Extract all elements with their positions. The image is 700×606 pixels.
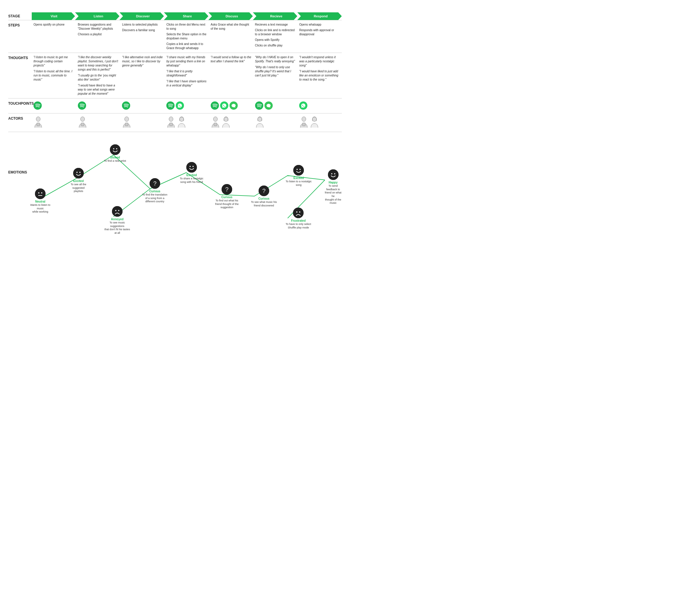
emotion-node-curious: ? Curious To find the translationof a so… bbox=[142, 178, 168, 204]
emotion-node-frustrated: Frustrated To have to only selectShuffle… bbox=[286, 208, 311, 229]
svg-point-32 bbox=[76, 172, 78, 173]
svg-point-29 bbox=[41, 192, 42, 193]
stage-row: STAGE VisitListenDiscoverShareDiscussRec… bbox=[8, 13, 342, 20]
emotion-label-text: Annoyed bbox=[111, 217, 124, 221]
spotify-icon bbox=[211, 101, 219, 110]
journey-grid: STEPS Opens spotify on phone Browses sug… bbox=[8, 20, 342, 132]
person-male-icon bbox=[166, 116, 176, 128]
emotion-node-excited: Excited To see all the suggestedplaylist… bbox=[65, 168, 92, 193]
emotion-label-text: Excited bbox=[186, 173, 197, 177]
emotion-node-stoked: Stoked To find a new artist bbox=[104, 144, 126, 163]
actors-cell-2 bbox=[120, 114, 165, 132]
thoughts-cell-6: "I wouldn't respond unless it was a part… bbox=[297, 53, 342, 98]
stage-share: Share bbox=[164, 13, 208, 20]
steps-cell-4: Asks Grace what she thought of the song bbox=[209, 20, 253, 53]
thoughts-label: THOUGHTS bbox=[8, 53, 32, 98]
person-male-icon bbox=[122, 116, 131, 128]
thoughts-cell-1: "I like the discover weekly playlist. So… bbox=[76, 53, 120, 98]
emotion-label-text: Stoked bbox=[110, 156, 120, 159]
emotion-face bbox=[293, 165, 304, 176]
actors-label: ACTORS bbox=[8, 114, 32, 132]
touchpoints-label: TOUCHPOINTS bbox=[8, 98, 32, 114]
actors-cell-0 bbox=[32, 114, 76, 132]
person-female-icon bbox=[177, 116, 186, 128]
emotion-face bbox=[112, 206, 123, 217]
emotion-face: ? bbox=[259, 186, 269, 196]
emotion-desc-text: Wants to listen to musicwhile working bbox=[27, 204, 53, 214]
thoughts-cell-0: "I listen to music to get me through cod… bbox=[32, 53, 76, 98]
svg-rect-12 bbox=[37, 123, 40, 126]
emotion-node-happy: Happy To send feedback tofriend on what … bbox=[324, 169, 342, 205]
svg-point-3 bbox=[166, 101, 174, 110]
emotion-face bbox=[186, 162, 197, 172]
svg-rect-21 bbox=[214, 123, 217, 126]
person-male-icon bbox=[299, 116, 309, 128]
svg-point-57 bbox=[334, 173, 335, 174]
emotion-desc-text: To share a nostalgicsong with his friend bbox=[180, 177, 203, 184]
svg-point-20 bbox=[213, 117, 217, 121]
svg-rect-25 bbox=[303, 123, 305, 126]
emotion-label-text: Frustrated bbox=[291, 219, 306, 223]
whatsapp-icon bbox=[220, 101, 228, 110]
emotion-face bbox=[328, 169, 339, 180]
spotify-icon bbox=[166, 101, 174, 110]
svg-point-36 bbox=[116, 148, 117, 149]
emotion-face: ? bbox=[150, 178, 160, 189]
person-female-icon bbox=[310, 116, 319, 128]
svg-point-56 bbox=[331, 173, 332, 174]
touchpoints-cell-6 bbox=[297, 98, 342, 114]
svg-point-1 bbox=[78, 101, 86, 110]
person-male-icon bbox=[211, 116, 220, 128]
svg-point-26 bbox=[312, 117, 316, 121]
thoughts-cell-5: "Why do I HAVE to open it on Spotify. Th… bbox=[253, 53, 298, 98]
touchpoints-cell-2 bbox=[120, 98, 165, 114]
svg-point-35 bbox=[113, 148, 114, 149]
svg-rect-16 bbox=[125, 123, 128, 126]
emotion-node-curious: ? Curious To see what music hisfriend di… bbox=[251, 186, 277, 207]
svg-point-51 bbox=[299, 169, 300, 170]
svg-point-42 bbox=[186, 162, 197, 172]
stage-recieve: Recieve bbox=[253, 13, 297, 20]
messages-icon bbox=[230, 101, 238, 110]
person-female-icon bbox=[255, 116, 264, 128]
svg-point-50 bbox=[296, 169, 298, 170]
svg-point-49 bbox=[293, 165, 304, 176]
whatsapp-icon bbox=[176, 101, 184, 110]
svg-point-27 bbox=[35, 188, 46, 199]
svg-text:?: ? bbox=[262, 188, 265, 194]
touchpoints-cell-3 bbox=[165, 98, 209, 114]
stage-label: STAGE bbox=[8, 13, 32, 18]
emotion-desc-text: To see music suggestionsthat don't fit h… bbox=[104, 221, 130, 235]
emotion-node-neutral: Neutral Wants to listen to musicwhile wo… bbox=[27, 188, 53, 214]
actors-cell-6 bbox=[297, 114, 342, 132]
emotion-label-text: Curious bbox=[221, 195, 233, 199]
svg-point-55 bbox=[328, 169, 339, 180]
touchpoints-cell-5 bbox=[253, 98, 298, 114]
svg-point-19 bbox=[179, 117, 184, 121]
thoughts-cell-4: "I would send a follow up to the text af… bbox=[209, 53, 253, 98]
emotion-label-text: Curious bbox=[258, 197, 269, 201]
thoughts-cell-3: "I share music with my friends by just s… bbox=[165, 53, 209, 98]
svg-point-34 bbox=[110, 144, 120, 155]
svg-point-52 bbox=[293, 208, 304, 218]
actors-cell-3 bbox=[165, 114, 209, 132]
svg-point-15 bbox=[125, 117, 129, 121]
svg-point-39 bbox=[118, 210, 119, 211]
messages-icon bbox=[264, 101, 273, 110]
svg-point-28 bbox=[38, 192, 40, 193]
svg-point-38 bbox=[115, 210, 116, 211]
touchpoints-cell-0 bbox=[32, 98, 76, 114]
spotify-icon bbox=[33, 101, 42, 110]
svg-point-8 bbox=[255, 101, 263, 110]
svg-point-5 bbox=[211, 101, 219, 110]
steps-cell-2: Listens to selected playlistsDiscovers a… bbox=[120, 20, 165, 53]
emotion-desc-text: To listen to a nostalgicsong bbox=[286, 180, 312, 187]
emotion-face bbox=[35, 188, 46, 199]
svg-point-53 bbox=[296, 211, 297, 213]
emotion-label-text: Neutral bbox=[35, 200, 45, 204]
svg-point-23 bbox=[258, 117, 262, 121]
stage-listen: Listen bbox=[75, 13, 119, 20]
emotion-node-excited: Excited To listen to a nostalgicsong bbox=[286, 165, 312, 187]
emotion-face bbox=[73, 168, 84, 179]
person-female-icon bbox=[221, 116, 231, 128]
